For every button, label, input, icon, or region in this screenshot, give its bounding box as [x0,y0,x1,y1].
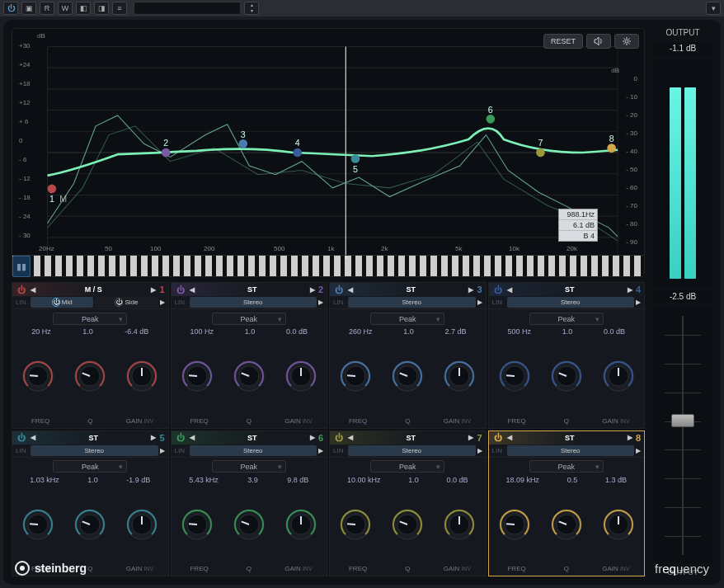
next-mode-icon[interactable]: ▶ [151,286,156,294]
gain-value[interactable]: 9.8 dB [287,476,308,484]
freq-value[interactable]: 260 Hz [349,327,373,336]
band-power-button[interactable]: ⏻ [175,432,186,444]
q-value[interactable]: 1.0 [408,476,419,484]
q-knob[interactable] [73,507,107,542]
preset-menu-button[interactable]: ≡ [112,2,127,15]
gain-value[interactable]: -1.9 dB [126,476,150,484]
filter-type-dropdown[interactable]: Peak [529,460,604,473]
q-knob[interactable] [232,359,266,393]
stereo-button[interactable]: Stereo [348,297,476,308]
write-button[interactable]: W [58,2,73,15]
fader-handle[interactable] [671,414,694,427]
freq-knob[interactable] [338,359,373,393]
next-mode-icon[interactable]: ▶ [151,434,156,441]
freq-knob[interactable] [21,359,55,393]
q-value[interactable]: 1.0 [82,327,93,336]
stereo-button[interactable]: Stereo [507,445,635,456]
band-power-button[interactable]: ⏻ [492,432,504,444]
freq-value[interactable]: 1.03 kHz [30,476,59,484]
listen-button[interactable] [586,34,611,49]
band-power-button[interactable]: ⏻ [333,284,345,295]
q-value[interactable]: 1.0 [403,327,414,336]
freq-value[interactable]: 500 Hz [507,327,531,336]
q-knob[interactable] [73,359,107,393]
gain-knob[interactable] [601,507,636,542]
q-knob[interactable] [549,359,584,393]
read-button[interactable]: R [40,2,54,15]
chevron-right-icon[interactable]: ▶ [318,299,323,306]
prev-mode-icon[interactable]: ◀ [190,434,195,441]
next-mode-icon[interactable]: ▶ [310,286,315,294]
prev-mode-icon[interactable]: ◀ [507,286,512,294]
q-knob[interactable] [390,359,425,393]
filter-type-dropdown[interactable]: Peak [53,313,127,325]
filter-type-dropdown[interactable]: Peak [370,313,444,325]
band-mode[interactable]: ST [39,434,148,442]
chevron-right-icon[interactable]: ▶ [477,299,482,306]
settings-button[interactable] [614,34,639,49]
gain-value[interactable]: 1.3 dB [605,476,627,484]
ab-b-button[interactable]: ◨ [94,2,109,15]
next-mode-icon[interactable]: ▶ [310,434,315,441]
next-mode-icon[interactable]: ▶ [628,434,632,441]
prev-mode-icon[interactable]: ◀ [348,286,353,294]
freq-knob[interactable] [21,507,55,542]
prev-mode-icon[interactable]: ◀ [507,434,512,441]
output-peak-readout[interactable]: -1.1 dB [653,42,712,54]
q-value[interactable]: 1.0 [87,476,98,484]
reset-button[interactable]: RESET [543,34,583,49]
q-knob[interactable] [390,507,425,542]
q-value[interactable]: 1.0 [245,327,256,336]
freq-value[interactable]: 100 Hz [190,327,214,336]
mid-button[interactable]: ⏻ Mid [31,297,93,308]
side-button[interactable]: ⏻ Side [95,297,157,308]
freq-value[interactable]: 10.00 kHz [347,476,381,484]
prev-mode-icon[interactable]: ◀ [348,434,353,441]
gain-value[interactable]: 0.0 dB [286,327,308,336]
preset-combo[interactable] [134,2,241,15]
inv-button[interactable]: INV [143,418,153,424]
q-knob[interactable] [232,507,266,542]
band-mode[interactable]: ST [515,285,624,294]
next-mode-icon[interactable]: ▶ [468,286,473,294]
gain-knob[interactable] [125,507,159,542]
band-power-button[interactable]: ⏻ [175,284,186,295]
output-fader-readout[interactable]: -2.5 dB [653,290,712,303]
freq-knob[interactable] [338,507,373,542]
chevron-right-icon[interactable]: ▶ [477,447,482,454]
eq-graph[interactable]: RESET [12,28,645,277]
menu-chevron-icon[interactable]: ▾ [706,2,721,15]
gain-knob[interactable] [284,507,318,542]
keyboard-strip[interactable]: ▮▮ [12,255,644,276]
band-mode[interactable]: ST [356,434,465,442]
band-power-button[interactable]: ⏻ [333,432,345,444]
band-mode[interactable]: ST [356,285,465,294]
prev-mode-icon[interactable]: ◀ [31,434,35,441]
freq-knob[interactable] [180,359,214,393]
chevron-right-icon[interactable]: ▶ [160,447,165,454]
keyboard-toggle[interactable]: ▮▮ [12,256,31,277]
prev-mode-icon[interactable]: ◀ [31,286,35,294]
freq-value[interactable]: 20 Hz [31,327,51,336]
stereo-button[interactable]: Stereo [507,297,635,308]
gain-value[interactable]: 0.0 dB [447,476,468,484]
band-mode[interactable]: ST [198,285,307,294]
freq-knob[interactable] [180,507,214,542]
q-knob[interactable] [549,507,584,542]
gain-value[interactable]: 2.7 dB [445,327,467,336]
filter-type-dropdown[interactable]: Peak [529,313,604,325]
chevron-right-icon[interactable]: ▶ [160,299,165,306]
inv-button[interactable]: INV [303,418,313,424]
compare-button[interactable]: ▣ [21,2,36,15]
q-value[interactable]: 1.0 [562,327,573,336]
ab-a-button[interactable]: ◧ [76,2,91,15]
stereo-button[interactable]: Stereo [190,445,317,456]
gain-knob[interactable] [442,359,477,393]
filter-type-dropdown[interactable]: Peak [370,460,444,473]
next-mode-icon[interactable]: ▶ [468,434,473,441]
filter-type-dropdown[interactable]: Peak [53,460,127,473]
filter-type-dropdown[interactable]: Peak [212,460,286,473]
prev-mode-icon[interactable]: ◀ [190,286,195,294]
inv-button[interactable]: INV [461,418,471,424]
q-value[interactable]: 0.5 [567,476,578,484]
